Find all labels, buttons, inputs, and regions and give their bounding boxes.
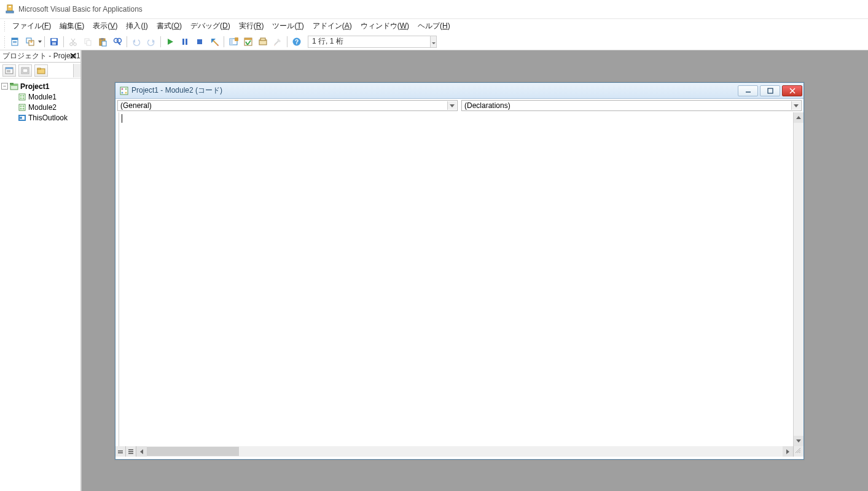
- svg-rect-68: [19, 104, 25, 110]
- insert-dropdown[interactable]: [37, 41, 42, 43]
- module-label: Module2: [28, 103, 57, 112]
- menu-run[interactable]: 実行(R): [235, 19, 268, 33]
- outlook-icon: [17, 113, 27, 123]
- svg-rect-23: [102, 41, 106, 46]
- view-code-button[interactable]: [2, 64, 16, 77]
- maximize-button[interactable]: [760, 85, 780, 96]
- project-tree-module1[interactable]: Module1: [17, 91, 79, 102]
- svg-marker-95: [786, 449, 789, 454]
- properties-button[interactable]: [241, 35, 255, 48]
- vertical-scrollbar[interactable]: [793, 112, 803, 446]
- svg-rect-91: [128, 449, 133, 450]
- project-tree: − Project1 Module1 Module2 ThisOutlook: [0, 79, 80, 125]
- toolbox-button[interactable]: [271, 35, 284, 48]
- menu-insert[interactable]: 挿入(I): [122, 19, 152, 33]
- menu-view[interactable]: 表示(V): [88, 19, 122, 33]
- menu-debug[interactable]: デバッグ(D): [186, 19, 235, 33]
- paste-button[interactable]: [96, 35, 109, 48]
- project-explorer-title-bar[interactable]: プロジェクト - Project1: [0, 50, 80, 63]
- svg-point-69: [20, 105, 22, 107]
- project-explorer-toolbar-overflow[interactable]: [73, 64, 80, 77]
- copy-button[interactable]: [81, 35, 95, 48]
- horizontal-scrollbar[interactable]: [136, 446, 793, 457]
- svg-point-16: [74, 42, 77, 45]
- toolbar-grip[interactable]: [4, 36, 6, 48]
- svg-text:?: ?: [295, 39, 299, 45]
- find-button[interactable]: [111, 35, 124, 48]
- app-icon: [5, 4, 15, 14]
- project-icon: [9, 82, 19, 91]
- save-button[interactable]: [47, 35, 61, 48]
- code-editor[interactable]: [115, 112, 793, 446]
- design-mode-button[interactable]: [208, 35, 221, 48]
- scrollbar-thumb[interactable]: [147, 447, 239, 456]
- svg-rect-59: [37, 68, 41, 69]
- scroll-left[interactable]: [136, 446, 147, 457]
- svg-rect-44: [260, 38, 265, 41]
- project-root-label: Project1: [20, 82, 49, 91]
- project-explorer-close[interactable]: [68, 51, 78, 61]
- svg-point-65: [23, 95, 25, 96]
- svg-marker-94: [140, 449, 143, 454]
- full-module-view-button[interactable]: [126, 446, 136, 457]
- svg-marker-87: [796, 116, 801, 119]
- svg-rect-20: [87, 41, 91, 45]
- menu-tools[interactable]: ツール(T): [268, 19, 308, 33]
- project-tree-module2[interactable]: Module2: [17, 102, 79, 112]
- toggle-folders-button[interactable]: [34, 64, 48, 77]
- close-button[interactable]: [782, 85, 802, 96]
- svg-rect-92: [128, 451, 133, 452]
- redo-button[interactable]: [144, 35, 158, 48]
- scroll-up[interactable]: [794, 112, 803, 123]
- resize-grip[interactable]: [793, 446, 803, 457]
- svg-point-71: [20, 107, 22, 109]
- procedure-selector[interactable]: (Declarations): [461, 100, 802, 111]
- project-explorer-button[interactable]: [227, 35, 240, 48]
- project-explorer: プロジェクト - Project1 − Project1 Module1: [0, 50, 82, 491]
- svg-rect-0: [7, 5, 12, 11]
- menu-file[interactable]: ファイル(F): [8, 19, 55, 33]
- menu-edit[interactable]: 編集(E): [55, 19, 88, 33]
- toolbar: ? 1 行, 1 桁: [0, 33, 868, 50]
- module-icon: [17, 102, 27, 112]
- minimize-button[interactable]: [738, 85, 758, 96]
- svg-point-26: [117, 38, 122, 42]
- svg-rect-5: [13, 41, 17, 42]
- run-button[interactable]: [163, 35, 177, 48]
- view-object-button[interactable]: [18, 64, 32, 77]
- view-app-button[interactable]: [9, 35, 22, 48]
- menu-help[interactable]: ヘルプ(H): [413, 19, 455, 33]
- scroll-right[interactable]: [783, 446, 793, 457]
- menu-addins[interactable]: アドイン(A): [308, 19, 356, 33]
- cut-button[interactable]: [66, 35, 80, 48]
- undo-button[interactable]: [130, 35, 143, 48]
- scroll-down[interactable]: [794, 436, 803, 446]
- reset-button[interactable]: [193, 35, 206, 48]
- svg-line-98: [799, 452, 800, 453]
- procedure-view-button[interactable]: [115, 446, 126, 457]
- help-button[interactable]: ?: [290, 35, 303, 48]
- svg-marker-88: [796, 439, 801, 443]
- menu-grip[interactable]: [4, 21, 6, 32]
- svg-rect-32: [197, 39, 202, 44]
- svg-rect-63: [19, 94, 25, 100]
- svg-rect-1: [9, 6, 11, 7]
- collapse-icon[interactable]: −: [1, 83, 8, 90]
- position-dropdown[interactable]: [431, 36, 437, 48]
- svg-rect-93: [128, 453, 133, 454]
- project-tree-root[interactable]: − Project1: [1, 81, 79, 91]
- chevron-down-icon: [447, 101, 456, 110]
- object-browser-button[interactable]: [256, 35, 270, 48]
- object-selector-value: (General): [120, 101, 152, 110]
- app-title-bar: Microsoft Visual Basic for Applications: [0, 0, 868, 18]
- project-tree-thisoutlook[interactable]: ThisOutlook: [17, 112, 79, 123]
- svg-marker-85: [450, 104, 455, 107]
- code-window-title-bar[interactable]: Project1 - Module2 (コード): [115, 83, 803, 99]
- object-selector[interactable]: (General): [117, 100, 458, 111]
- menu-window[interactable]: ウィンドウ(W): [356, 19, 413, 33]
- chevron-down-icon: [791, 101, 800, 110]
- break-button[interactable]: [178, 35, 192, 48]
- text-caret: [122, 114, 122, 123]
- menu-format[interactable]: 書式(O): [152, 19, 186, 33]
- insert-button[interactable]: [23, 35, 37, 48]
